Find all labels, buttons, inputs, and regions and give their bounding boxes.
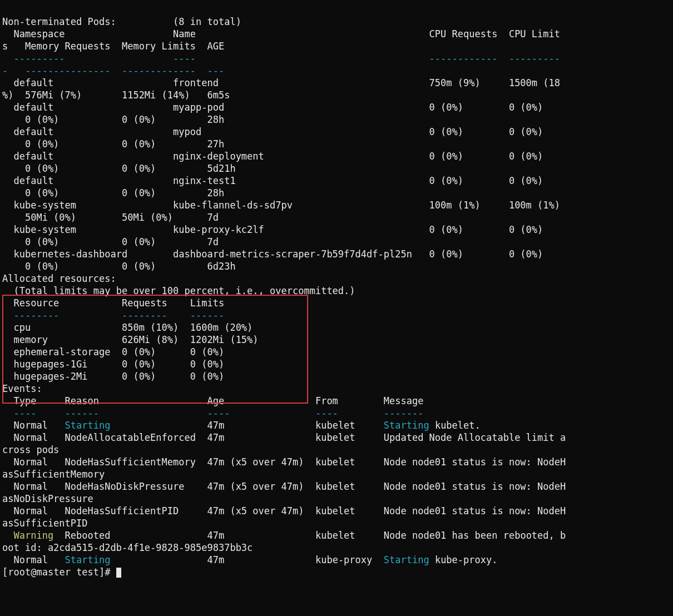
event-row: Normal Starting 47m kube-proxy Starting …	[2, 554, 497, 565]
event-row-cont: oot id: a2cda515-d2db-4f1e-9828-985e9837…	[2, 542, 253, 553]
pod-row: 0 (0%) 0 (0%) 6d23h	[2, 261, 236, 272]
pod-row: 0 (0%) 0 (0%) 5d21h	[2, 163, 236, 174]
event-prefix: Normal	[2, 554, 65, 565]
pods-header-cols1: Namespace Name CPU Requests CPU Limit	[2, 28, 560, 39]
event-reason: Starting	[65, 420, 111, 431]
events-title: Events:	[2, 383, 42, 394]
pod-row: 0 (0%) 0 (0%) 28h	[2, 187, 224, 198]
pod-row: default myapp-pod 0 (0%) 0 (0%)	[2, 102, 543, 113]
pod-row: default frontend 750m (9%) 1500m (18	[2, 77, 560, 88]
event-row-cont: asSufficientPID	[2, 518, 88, 529]
events-dash: ---- ------ ---- ---- -------	[2, 408, 423, 419]
pods-header-dash2: - --------------- ------------- ---	[2, 65, 224, 76]
prompt-space	[71, 567, 76, 578]
event-row: Normal NodeHasSufficientPID 47m (x5 over…	[2, 505, 566, 516]
event-row-cont: asSufficientMemory	[2, 469, 105, 480]
event-message: kube-proxy.	[429, 554, 498, 565]
event-segment: 47m kube-proxy	[110, 554, 383, 565]
prompt-at: @	[31, 567, 36, 578]
pod-row: default mypod 0 (0%) 0 (0%)	[2, 126, 543, 137]
event-row: Normal NodeHasSufficientMemory 47m (x5 o…	[2, 456, 566, 468]
event-prefix: Normal	[2, 420, 65, 431]
pod-row: kube-system kube-flannel-ds-sd7pv 100m (…	[2, 200, 560, 211]
event-type-warning: Warning	[13, 530, 53, 541]
events-header: Type Reason Age From Message	[2, 395, 423, 406]
pod-row: 50Mi (0%) 50Mi (0%) 7d	[2, 212, 219, 223]
alloc-dash: -------- -------- ------	[2, 310, 224, 321]
pod-row: kube-system kube-proxy-kc2lf 0 (0%) 0 (0…	[2, 224, 543, 235]
event-row: Normal Starting 47m kubelet Starting kub…	[2, 420, 481, 431]
event-row: Normal NodeHasNoDiskPressure 47m (x5 ove…	[2, 481, 566, 492]
alloc-header: Resource Requests Limits	[2, 297, 224, 309]
event-reason: Starting	[65, 554, 111, 565]
event-message-highlight: Starting	[384, 420, 429, 431]
event-message: kubelet.	[429, 420, 481, 431]
alloc-row: hugepages-1Gi 0 (0%) 0 (0%)	[2, 359, 224, 370]
event-segment: Rebooted 47m kubelet Node node01 has bee…	[53, 530, 566, 541]
pod-row: 0 (0%) 0 (0%) 7d	[2, 236, 219, 247]
pod-row: 0 (0%) 0 (0%) 27h	[2, 138, 224, 150]
prompt-user: root	[8, 567, 31, 578]
shell-prompt[interactable]: [root@master test]#	[2, 567, 121, 578]
alloc-row: memory 626Mi (8%) 1202Mi (15%)	[2, 334, 259, 345]
pods-header-dash1: --------- ---- ------------ ---------	[2, 53, 560, 64]
alloc-note: (Total limits may be over 100 percent, i…	[2, 285, 355, 296]
prompt-open: [	[2, 567, 8, 578]
pods-header-line1: Non-terminated Pods: (8 in total)	[2, 16, 241, 27]
cursor-icon	[116, 568, 121, 578]
pod-row: default nginx-test1 0 (0%) 0 (0%)	[2, 175, 543, 186]
pod-row: kubernetes-dashboard dashboard-metrics-s…	[2, 249, 543, 260]
pod-row: default nginx-deployment 0 (0%) 0 (0%)	[2, 151, 543, 162]
pod-row: %) 576Mi (7%) 1152Mi (14%) 6m5s	[2, 90, 230, 101]
alloc-row: ephemeral-storage 0 (0%) 0 (0%)	[2, 346, 224, 357]
event-row-cont: asNoDiskPressure	[2, 493, 93, 504]
alloc-row: hugepages-2Mi 0 (0%) 0 (0%)	[2, 371, 224, 382]
event-row-cont: cross pods	[2, 444, 59, 455]
prompt-host: master	[36, 567, 70, 578]
terminal-output: Non-terminated Pods: (8 in total) Namesp…	[0, 0, 673, 582]
prompt-cwd: test	[76, 567, 99, 578]
event-message-highlight: Starting	[384, 554, 429, 565]
event-prefix	[2, 530, 13, 541]
event-row: Warning Rebooted 47m kubelet Node node01…	[2, 530, 566, 541]
event-row: Normal NodeAllocatableEnforced 47m kubel…	[2, 432, 566, 443]
alloc-title: Allocated resources:	[2, 273, 116, 284]
prompt-close: ]#	[99, 567, 116, 578]
pods-header-cols2: s Memory Requests Memory Limits AGE	[2, 41, 224, 52]
pod-row: 0 (0%) 0 (0%) 28h	[2, 114, 224, 125]
event-segment: 47m kubelet	[110, 420, 383, 431]
alloc-row: cpu 850m (10%) 1600m (20%)	[2, 322, 253, 333]
